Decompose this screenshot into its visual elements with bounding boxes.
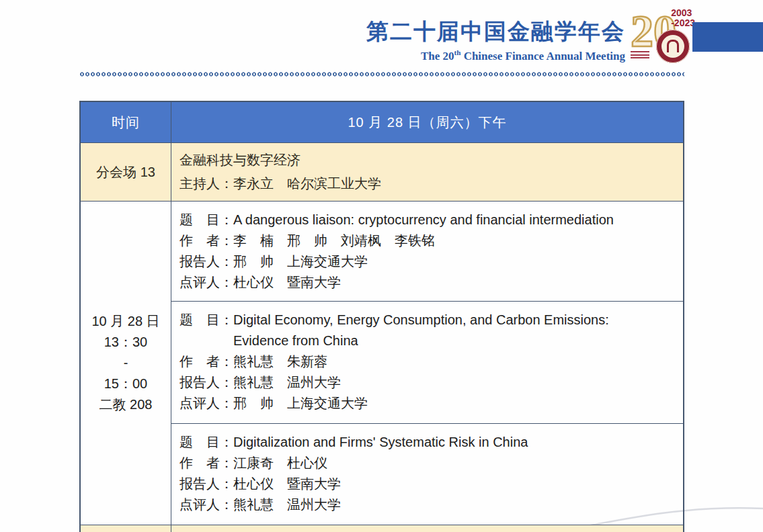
authors-label: 作 者： <box>179 351 233 372</box>
paper-title-line: 题 目： Digital Economy, Energy Consumption… <box>179 310 676 351</box>
conference-program-page: 第二十届中国金融学年会 The 20th Chinese Finance Ann… <box>0 0 763 532</box>
paper-presenter: 杜心仪 暨南大学 <box>233 474 676 494</box>
title-label: 题 目： <box>179 432 233 453</box>
logo-years-label: 2003 -2023 <box>671 8 695 28</box>
title-label: 题 目： <box>179 310 233 351</box>
paper-title-line: 题 目： A dangerous liaison: cryptocurrency… <box>179 210 676 230</box>
discussant-label: 点评人： <box>179 272 233 293</box>
header-accent-bar <box>692 22 763 52</box>
authors-label: 作 者： <box>179 230 233 251</box>
anniversary-logo: 20 2003 -2023 <box>631 7 694 67</box>
logo-micro-text <box>631 51 649 59</box>
title-en-ordinal: th <box>454 48 461 56</box>
authors-label: 作 者： <box>179 453 233 474</box>
paper-authors: 熊礼慧 朱新蓉 <box>233 351 676 372</box>
time-slot-date: 10 月 28 日 <box>91 311 159 332</box>
paper-authors: 江康奇 杜心仪 <box>233 453 676 474</box>
paper-authors-line: 作 者： 江康奇 杜心仪 <box>179 453 676 474</box>
time-slot-start: 13：30 <box>104 332 148 353</box>
presenter-label: 报告人： <box>179 251 233 272</box>
column-header-date: 10 月 28 日（周六）下午 <box>171 102 683 143</box>
paper-authors: 李 楠 邢 帅 刘靖枫 李铁铭 <box>233 230 676 251</box>
time-slot-dash: - <box>124 353 128 373</box>
next-session-row-clipped <box>171 525 683 532</box>
session-room-label: 分会场 13 <box>81 143 171 202</box>
session-info-cell: 金融科技与数字经济 主持人：李永立 哈尔滨工业大学 <box>171 143 683 202</box>
paper-title-text: A dangerous liaison: cryptocurrency and … <box>233 212 614 227</box>
paper-discussant: 熊礼慧 温州大学 <box>233 494 676 515</box>
paper-presenter: 邢 帅 上海交通大学 <box>233 251 676 272</box>
conference-title-cn: 第二十届中国金融学年会 <box>366 19 625 44</box>
session-host: 主持人：李永立 哈尔滨工业大学 <box>179 172 683 195</box>
discussant-label: 点评人： <box>179 393 233 414</box>
presenter-label: 报告人： <box>179 372 233 393</box>
paper-title-text-line2: Evidence from China <box>233 330 676 351</box>
paper-title-text: Digital Economy, Energy Consumption, and… <box>233 312 609 327</box>
paper-title-text: Digitalization and Firms' Systematic Ris… <box>233 435 528 449</box>
schedule-table: 时间 10 月 28 日（周六）下午 分会场 13 金融科技与数字经济 主持人：… <box>79 101 684 532</box>
chain-separator <box>79 71 684 78</box>
title-en-suffix: Chinese Finance Annual Meeting <box>460 50 625 62</box>
title-en-prefix: The 20 <box>421 50 454 62</box>
paper-discussant: 邢 帅 上海交通大学 <box>233 393 676 414</box>
paper-discussant-line: 点评人： 邢 帅 上海交通大学 <box>179 393 676 414</box>
paper-discussant-line: 点评人： 杜心仪 暨南大学 <box>179 272 676 293</box>
discussant-label: 点评人： <box>179 494 233 515</box>
paper-item: 题 目： Digital Economy, Energy Consumption… <box>171 302 683 425</box>
paper-presenter-line: 报告人： 杜心仪 暨南大学 <box>179 474 676 494</box>
paper-item: 题 目： Digitalization and Firms' Systemati… <box>171 424 683 525</box>
page-header-title: 第二十届中国金融学年会 The 20th Chinese Finance Ann… <box>366 19 625 63</box>
logo-seal-emblem <box>667 40 679 52</box>
paper-title: Digital Economy, Energy Consumption, and… <box>233 310 676 351</box>
paper-discussant: 杜心仪 暨南大学 <box>233 272 676 293</box>
logo-seal-icon <box>656 30 690 63</box>
papers-column: 题 目： A dangerous liaison: cryptocurrency… <box>171 202 683 525</box>
title-label: 题 目： <box>179 210 233 230</box>
paper-title: A dangerous liaison: cryptocurrency and … <box>233 210 676 230</box>
presenter-label: 报告人： <box>179 474 233 494</box>
conference-title-en: The 20th Chinese Finance Annual Meeting <box>366 46 625 63</box>
paper-title-line: 题 目： Digitalization and Firms' Systemati… <box>179 432 676 453</box>
paper-authors-line: 作 者： 熊礼慧 朱新蓉 <box>179 351 676 372</box>
time-slot-end: 15：00 <box>104 373 148 394</box>
column-header-time: 时间 <box>81 102 171 143</box>
paper-item: 题 目： A dangerous liaison: cryptocurrency… <box>171 202 683 302</box>
paper-presenter: 熊礼慧 温州大学 <box>233 372 676 393</box>
paper-presenter-line: 报告人： 邢 帅 上海交通大学 <box>179 251 676 272</box>
paper-title: Digitalization and Firms' Systematic Ris… <box>233 432 676 453</box>
time-slot-cell: 10 月 28 日 13：30 - 15：00 二教 208 <box>81 202 171 525</box>
paper-authors-line: 作 者： 李 楠 邢 帅 刘靖枫 李铁铭 <box>179 230 676 251</box>
paper-presenter-line: 报告人： 熊礼慧 温州大学 <box>179 372 676 393</box>
logo-seal-ring <box>661 35 684 58</box>
paper-discussant-line: 点评人： 熊礼慧 温州大学 <box>179 494 676 515</box>
session-topic: 金融科技与数字经济 <box>179 148 683 172</box>
next-session-row-clipped <box>81 525 171 532</box>
time-slot-room: 二教 208 <box>99 394 153 415</box>
